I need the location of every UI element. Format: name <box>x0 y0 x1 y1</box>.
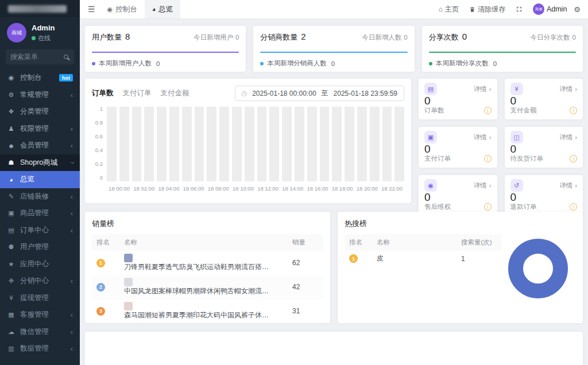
today-new-value: 0 <box>404 34 407 41</box>
chevron-left-icon: ‹ <box>71 142 73 149</box>
sidebar-item-category-manage[interactable]: ❖分类管理 <box>0 103 80 121</box>
data-manage-icon: ▥ <box>7 345 16 352</box>
summary-card-header: 分销商数量2今日新增人数0 <box>260 32 407 42</box>
chart-tab-0[interactable]: 订单数 <box>92 88 114 98</box>
user-panel[interactable]: 商城 Admin 在线 <box>0 17 80 48</box>
sidebar-item-distribution-center[interactable]: ❉分销中心‹ <box>0 273 80 290</box>
sidebar-item-goods-manage[interactable]: ▣商品管理‹ <box>0 205 80 222</box>
fullscreen-button[interactable] <box>510 6 528 13</box>
sidebar-item-label: 提现管理 <box>20 293 73 303</box>
sidebar-item-user-manage[interactable]: ⚉用户管理 <box>0 239 80 256</box>
sales-value: 62 <box>288 251 323 275</box>
sidebar-item-label: Shopro商城 <box>20 158 71 168</box>
warning-icon[interactable]: ! <box>484 203 492 211</box>
y-tick-label: 1 <box>100 106 103 112</box>
sidebar-item-data-manage[interactable]: ▥数据管理‹ <box>0 340 80 358</box>
chart-tab-1[interactable]: 支付订单 <box>123 88 152 98</box>
sidebar-item-general-manage[interactable]: ⚙常规管理‹ <box>0 87 80 104</box>
topbar-user[interactable]: 商城 Admin <box>528 3 572 15</box>
today-new: 今日分享次数0 <box>531 33 576 42</box>
sidebar-item-overview[interactable]: ◕总览 <box>0 171 80 188</box>
summary-card-value: 8 <box>125 32 130 41</box>
sidebar-item-label: 应用中心 <box>20 259 73 269</box>
sidebar-item-member-manage[interactable]: ☻会员管理‹ <box>0 137 80 154</box>
pay-amount-icon: ¥ <box>510 83 523 95</box>
search-icon[interactable] <box>64 55 68 59</box>
chevron-left-icon: ‹ <box>71 91 73 99</box>
sidebar-item-withdraw-manage[interactable]: ¥提现管理 <box>0 290 80 307</box>
detail-link[interactable]: 详情› <box>474 133 492 142</box>
warning-icon[interactable]: ! <box>570 203 577 211</box>
order-count-icon: ▤ <box>424 83 437 95</box>
permission-manage-icon: ♟ <box>7 125 16 133</box>
stat-box-value: 0 <box>424 95 492 106</box>
menu-toggle-icon[interactable]: ☰ <box>83 5 100 14</box>
stat-box-refund-orders: ↺详情›0退款订单! <box>505 175 583 216</box>
today-new-label: 今日新增人数 <box>362 34 401 41</box>
detail-link[interactable]: 详情› <box>559 85 577 94</box>
product-name[interactable]: 中国风龙图案棒球帽男潮牌休闲鸭舌帽女潮流百搭防晒遮阳太阳帽子 <box>124 286 272 296</box>
sidebar-item-shop-decoration[interactable]: ✎店铺装修‹ <box>0 188 80 205</box>
col-header: 搜索量(次) <box>457 234 501 251</box>
chart-tab-2[interactable]: 支付金额 <box>161 88 189 98</box>
warning-icon[interactable]: ! <box>570 155 577 162</box>
avatar: 商城 <box>7 23 26 42</box>
refund-orders-icon: ↺ <box>510 179 523 192</box>
product-name[interactable]: 森马国潮短裤男夏季潮印花大码中国风裤子休闲嘻哈潮流宽松五分裤 <box>124 310 272 320</box>
hot-search-head: 排名名称搜索量(次) <box>345 234 501 251</box>
hot-search-title: 热搜榜 <box>345 219 576 229</box>
stat-box-value: 0 <box>424 143 492 154</box>
hot-search-card: 热搜榜 排名名称搜索量(次) 1皮1 <box>338 212 583 323</box>
sidebar-item-label: 常规管理 <box>20 90 71 100</box>
fullscreen-icon <box>516 6 523 13</box>
today-new-label: 今日分享次数 <box>531 34 570 41</box>
stat-box-footer: 支付金额! <box>510 106 578 115</box>
sidebar-item-label: 分销中心 <box>20 276 71 286</box>
warning-icon[interactable]: ! <box>484 155 492 162</box>
sidebar-item-permission-manage[interactable]: ♟权限管理‹ <box>0 121 80 138</box>
nav-tab-console[interactable]: ◉控制台 <box>100 0 145 18</box>
chevron-left-icon: ‹ <box>71 227 73 234</box>
rank-cell: 1 <box>345 251 372 266</box>
detail-link[interactable]: 详情› <box>474 85 492 94</box>
detail-link[interactable]: 详情› <box>474 181 492 190</box>
chevron-left-icon: ‹ <box>71 277 73 285</box>
sidebar-menu: ◉控制台hot⚙常规管理‹❖分类管理♟权限管理‹☻会员管理‹☗Shopro商城‹… <box>0 68 80 365</box>
service-manage-icon: ▦ <box>7 311 16 319</box>
sidebar-item-wechat-manage[interactable]: ☁微信管理‹ <box>0 324 80 341</box>
legend-value: 0 <box>156 60 160 67</box>
sidebar-item-console[interactable]: ◉控制台hot <box>0 69 80 87</box>
home-link[interactable]: ⌂ 主页 <box>434 5 464 14</box>
summary-card-users: 用户数量8今日新增用户0本周新增用户人数0 <box>85 26 246 72</box>
stat-box-label: 支付金额 <box>510 106 537 115</box>
chart-bar <box>357 107 367 181</box>
rank-medal-icon: 3 <box>96 307 105 316</box>
date-range-picker[interactable]: ◷ 2025-01-18 00:00:00 至 2025-01-18 23:59… <box>235 86 404 101</box>
sidebar-item-order-center[interactable]: ▤订单中心‹ <box>0 222 80 239</box>
warning-icon[interactable]: ! <box>570 107 577 114</box>
sidebar-item-label: 订单中心 <box>20 226 71 235</box>
chevron-left-icon: ‹ <box>71 209 73 217</box>
sidebar-item-app-center[interactable]: ★应用中心 <box>0 256 80 273</box>
summary-card-title: 分享次数 <box>429 33 459 41</box>
sidebar-item-label: 分类管理 <box>20 107 73 117</box>
settings-gear-icon[interactable]: ⚙ <box>572 5 582 14</box>
detail-link[interactable]: 详情› <box>559 181 577 190</box>
date-start-value[interactable]: 2025-01-18 00:00:00 <box>252 90 316 98</box>
stat-box-label: 售后维权 <box>424 203 451 211</box>
trend-line-chart <box>429 52 576 53</box>
sidebar-item-shopro-mall[interactable]: ☗Shopro商城‹ <box>0 154 80 172</box>
product-name[interactable]: 刀锋男鞋夏季透气防臭飞织运动鞋男潮流百搭休闲网面跑步鞋大码46 <box>124 262 272 272</box>
sales-value: 42 <box>288 275 323 299</box>
order-chart-tabs: 订单数支付订单支付金额 <box>92 88 199 98</box>
nav-tab-overview[interactable]: ◕总览 <box>145 0 181 18</box>
date-end-value[interactable]: 2025-01-18 23:59:59 <box>334 90 397 98</box>
search-menu-input[interactable]: 搜索菜单 <box>6 49 74 64</box>
sidebar-item-service-manage[interactable]: ▦客服管理‹ <box>0 306 80 324</box>
clear-cache-button[interactable]: 清除缓存 <box>464 5 510 14</box>
content: 用户数量8今日新增用户0本周新增用户人数0分销商数量2今日新增人数0本周新增分销… <box>80 18 588 365</box>
stat-box-pay-amount: ¥详情›0支付金额! <box>505 79 583 119</box>
chart-bar <box>370 107 380 181</box>
detail-link[interactable]: 详情› <box>559 133 577 142</box>
warning-icon[interactable]: ! <box>484 107 492 114</box>
